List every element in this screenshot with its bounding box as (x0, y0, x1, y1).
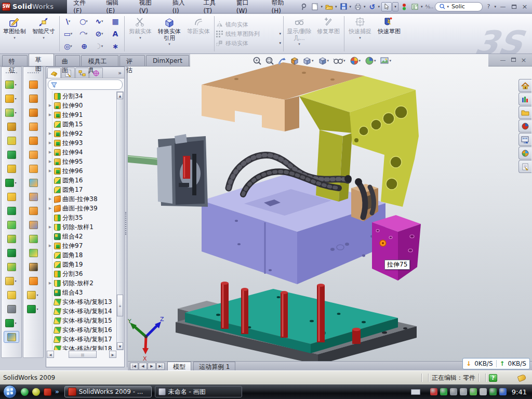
trim-entities-dropdown[interactable]: ▾ (139, 36, 141, 40)
sketch-button[interactable]: 草图绘制 ▾ (0, 14, 29, 54)
tray-shield-green-icon[interactable] (440, 388, 447, 395)
tray-language-keyboard-icon[interactable] (411, 389, 420, 395)
sketch-button-dropdown[interactable]: ▾ (14, 36, 16, 40)
sketch-slot-dropdown[interactable]: ▾ (70, 44, 72, 48)
lofted-surface-button[interactable] (25, 121, 41, 132)
scroll-up-button[interactable]: ▲ (117, 92, 123, 99)
expand-arrow-icon[interactable]: ▶ (48, 103, 52, 108)
tree-item[interactable]: 实体-移动/复制16 (47, 325, 116, 335)
tree-item[interactable]: 圆角15 (47, 119, 116, 129)
select-tool-icon[interactable] (381, 2, 392, 11)
sketch-arc-button[interactable]: ◠▾ (76, 28, 92, 40)
linear-pattern-dropdown[interactable]: ▾ (279, 32, 281, 36)
tray-antivirus-icon[interactable] (489, 388, 497, 395)
tree-item[interactable]: ▶切除-放样1 (47, 222, 116, 232)
solidworks-resources-icon[interactable] (518, 119, 531, 132)
linear-sketch-pattern-button[interactable]: 线性草图阵列 ▾ (216, 30, 282, 38)
quicklaunch-messenger-icon[interactable] (21, 388, 29, 396)
display-style-icon[interactable]: ▾ (317, 55, 331, 66)
start-button[interactable] (3, 385, 17, 398)
pin-toolbar-icon[interactable] (299, 2, 309, 11)
tray-security-red-icon[interactable] (430, 388, 437, 395)
tree-item[interactable]: 分割36 (47, 269, 116, 278)
sketch-rectangle-button[interactable]: ▭▾ (61, 28, 76, 40)
open-document-icon[interactable] (324, 2, 335, 11)
radiate-surface-button[interactable] (25, 191, 41, 203)
planar-surface-button[interactable] (25, 163, 41, 175)
sketch-circle-dropdown[interactable]: ▾ (86, 19, 88, 23)
model-canvas[interactable]: Y Z X (128, 54, 532, 361)
undo-icon[interactable]: ↺ (367, 2, 377, 11)
tab-configurationmanager[interactable] (75, 68, 89, 78)
sketch-rectangle-dropdown[interactable]: ▾ (71, 32, 73, 36)
wrap-button[interactable] (4, 163, 19, 175)
axis-button[interactable] (4, 303, 19, 315)
tree-item[interactable]: 分割34 (47, 91, 116, 101)
expand-arrow-icon[interactable]: ▶ (48, 159, 52, 164)
options-list-dropdown[interactable]: ▾ (421, 5, 423, 9)
smart-dimension-dropdown[interactable]: ▾ (43, 36, 45, 40)
tree-item[interactable]: 实体-移动/复制13 (47, 297, 116, 307)
open-document-dropdown[interactable]: ▾ (335, 5, 337, 9)
filled-surface-button[interactable] (25, 149, 41, 161)
horizontal-scroll-thumb[interactable]: ||| (69, 351, 97, 358)
extruded-boss-dropdown[interactable]: ▾ (15, 83, 16, 86)
tree-item[interactable]: ▶曲面-拉伸38 (47, 194, 116, 204)
tabs-overflow-button[interactable]: » (118, 70, 124, 78)
search-scope-dropdown[interactable]: ▾ (447, 5, 449, 9)
doc-minimize-button[interactable]: — (499, 57, 507, 63)
tree-item[interactable]: 圆角19 (47, 260, 116, 269)
apply-scene-icon[interactable]: ▾ (364, 55, 378, 66)
tab-评估[interactable]: 评估 (119, 55, 145, 66)
section-view-icon[interactable] (289, 55, 300, 66)
view-settings-icon[interactable]: ▾ (379, 55, 394, 66)
view-palette-icon[interactable] (518, 133, 531, 146)
tree-item[interactable]: 圆角16 (47, 176, 116, 185)
scroll-right-button[interactable]: ▶ (109, 351, 116, 358)
scroll-down-button[interactable]: ▼ (117, 342, 123, 350)
display-delete-relations-button[interactable]: 显示/删除几... ▾ (285, 14, 314, 54)
nav-prev-button[interactable]: ◀ (139, 363, 147, 370)
convert-entities-dropdown[interactable]: ▾ (168, 42, 170, 46)
help-dropdown[interactable]: ▾ (494, 5, 496, 9)
trim-surface-button[interactable] (25, 219, 41, 231)
offset-entities-button[interactable]: 等距实体 (184, 14, 213, 54)
linear-pattern-dropdown[interactable]: ▾ (15, 181, 16, 184)
dome-surface-button[interactable] (25, 247, 41, 259)
tray-sync-icon[interactable] (499, 388, 507, 395)
tree-item[interactable]: 实体-移动/复制14 (47, 307, 116, 316)
combine-button[interactable] (4, 247, 19, 259)
tab-model[interactable]: 模型 (167, 362, 191, 370)
part-nozzle-assembly[interactable] (128, 134, 208, 207)
replace-face-button[interactable] (25, 275, 41, 287)
sketch-pattern-box-button[interactable]: ▦ (108, 15, 123, 28)
expand-arrow-icon[interactable]: ▶ (48, 206, 52, 210)
tree-item[interactable]: ▶拉伸97 (47, 241, 116, 250)
tree-item[interactable]: ▶拉伸95 (47, 157, 116, 166)
restore-button[interactable] (509, 3, 519, 11)
tree-filter-field[interactable] (48, 79, 123, 90)
plane-button[interactable] (4, 289, 19, 301)
tree-item[interactable]: 圆角17 (47, 185, 116, 194)
move-entities-dropdown[interactable]: ▾ (279, 41, 281, 45)
tray-power-icon[interactable] (470, 388, 477, 395)
tray-volume-icon[interactable] (460, 388, 467, 395)
boundary-boss-button[interactable] (4, 149, 19, 161)
print-dropdown[interactable]: ▾ (364, 5, 366, 9)
sketch-ellipse-button[interactable]: ⊘▾ (92, 28, 108, 40)
options-list-icon[interactable] (410, 2, 420, 11)
sketch-circle-button[interactable]: ○▾ (76, 15, 92, 28)
expand-arrow-icon[interactable]: ▶ (48, 113, 52, 117)
edit-appearance-icon[interactable]: ▾ (349, 55, 363, 66)
undo-dropdown[interactable]: ▾ (378, 5, 380, 9)
tab-草图[interactable]: 草图 (29, 54, 54, 66)
smart-dimension-button[interactable]: 智能尺寸 ▾ (29, 14, 58, 54)
sketch-line-dropdown[interactable]: ▾ (69, 19, 71, 23)
doc-restore-button[interactable] (509, 57, 517, 63)
rapid-sketch-button[interactable]: 快速草图 (375, 14, 404, 54)
swept-boss-button[interactable] (4, 121, 19, 132)
shell-button[interactable] (4, 205, 19, 217)
revolved-surface-button[interactable] (25, 92, 41, 104)
nav-next-button[interactable]: ▶ (148, 363, 156, 370)
tree-vertical-scrollbar[interactable]: ▲ ≡ ▼ (116, 91, 124, 350)
